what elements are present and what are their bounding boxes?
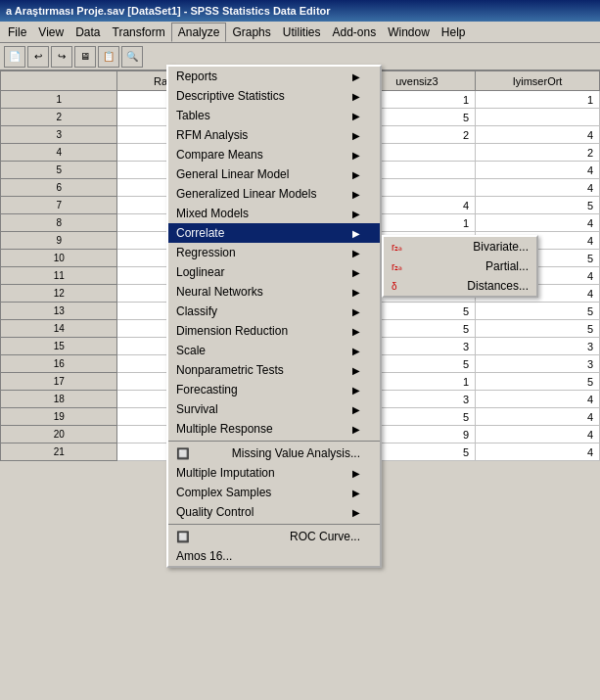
row-number: 13 (1, 303, 117, 320)
gzlm-arrow: ▶ (352, 189, 360, 200)
table-cell[interactable]: 5 (476, 320, 600, 338)
reports-arrow: ▶ (352, 71, 360, 82)
table-cell[interactable]: 4 (476, 426, 600, 443)
distances-icon: δ (392, 281, 397, 292)
menu-missing[interactable]: 🔲 Missing Value Analysis... (168, 443, 380, 463)
survival-arrow: ▶ (352, 404, 360, 415)
menu-scale[interactable]: Scale ▶ (168, 341, 380, 360)
menu-roc[interactable]: 🔲 ROC Curve... (168, 527, 380, 546)
neural-arrow: ▶ (352, 287, 360, 298)
menu-compare[interactable]: Compare Means ▶ (168, 145, 380, 164)
row-number: 10 (1, 250, 117, 267)
menu-view[interactable]: View (32, 23, 69, 41)
analyze-dropdown[interactable]: Reports ▶ Descriptive Statistics ▶ Table… (166, 65, 382, 568)
table-cell[interactable]: 4 (476, 126, 600, 144)
col-header-iyimserort[interactable]: IyimserOrt (476, 71, 600, 91)
table-cell[interactable] (476, 109, 600, 126)
table-cell[interactable]: 5 (476, 197, 600, 214)
descriptive-arrow: ▶ (352, 91, 360, 102)
menu-tables[interactable]: Tables ▶ (168, 106, 380, 125)
glm-arrow: ▶ (352, 169, 360, 180)
menu-glm[interactable]: General Linear Model ▶ (168, 164, 380, 184)
partial-icon: r₂ₐ (392, 261, 402, 272)
row-number: 3 (1, 126, 117, 144)
menu-loglinear[interactable]: Loglinear ▶ (168, 262, 380, 282)
loglinear-arrow: ▶ (352, 267, 360, 278)
regression-arrow: ▶ (352, 248, 360, 258)
toolbar-btn-3[interactable]: ↪ (51, 46, 72, 68)
menu-imputation[interactable]: Multiple Imputation ▶ (168, 463, 380, 483)
mixed-arrow: ▶ (352, 209, 360, 219)
row-number: 8 (1, 214, 117, 232)
table-cell[interactable]: 3 (476, 355, 600, 373)
menu-quality[interactable]: Quality Control ▶ (168, 502, 380, 522)
table-cell[interactable]: 5 (476, 373, 600, 391)
menu-data[interactable]: Data (69, 23, 106, 41)
table-cell[interactable]: 4 (476, 391, 600, 408)
menu-addons[interactable]: Add-ons (326, 23, 382, 41)
menu-bivariate[interactable]: r₂ₐ Bivariate... (384, 237, 536, 257)
row-number: 5 (1, 162, 117, 179)
menu-regression[interactable]: Regression ▶ (168, 243, 380, 262)
correlate-submenu[interactable]: r₂ₐ Bivariate... r₂ₐ Partial... δ Distan… (382, 235, 538, 298)
menu-utilities[interactable]: Utilities (277, 23, 327, 41)
table-cell[interactable]: 4 (476, 443, 600, 461)
menu-transform[interactable]: Transform (107, 23, 171, 41)
missing-icon: 🔲 (176, 447, 190, 460)
table-cell[interactable]: 4 (476, 408, 600, 426)
table-cell[interactable]: 4 (476, 162, 600, 179)
menu-forecasting[interactable]: Forecasting ▶ (168, 380, 380, 399)
menu-partial[interactable]: r₂ₐ Partial... (384, 257, 536, 276)
toolbar-btn-6[interactable]: 🔍 (121, 46, 143, 68)
row-number: 14 (1, 320, 117, 338)
row-number: 12 (1, 285, 117, 303)
main-area: Rahatsiz2 Rahatsiz3 uvensiz3 IyimserOrt … (0, 70, 600, 700)
bivariate-icon: r₂ₐ (392, 242, 402, 253)
table-cell[interactable]: 2 (476, 144, 600, 162)
menu-file[interactable]: File (2, 23, 32, 41)
separator-2 (168, 524, 380, 525)
menu-analyze[interactable]: Analyze (171, 23, 227, 42)
menu-classify[interactable]: Classify ▶ (168, 302, 380, 321)
table-cell[interactable]: 5 (476, 303, 600, 320)
menu-dimension[interactable]: Dimension Reduction ▶ (168, 321, 380, 341)
menu-complex[interactable]: Complex Samples ▶ (168, 483, 380, 502)
menu-rfm[interactable]: RFM Analysis ▶ (168, 125, 380, 145)
menu-descriptive[interactable]: Descriptive Statistics ▶ (168, 86, 380, 106)
menu-distances[interactable]: δ Distances... (384, 276, 536, 296)
menu-window[interactable]: Window (382, 23, 436, 41)
classify-arrow: ▶ (352, 306, 360, 317)
menu-mixed[interactable]: Mixed Models ▶ (168, 204, 380, 223)
menu-multiple-response[interactable]: Multiple Response ▶ (168, 419, 380, 439)
menu-nonparam[interactable]: Nonparametric Tests ▶ (168, 360, 380, 380)
scale-arrow: ▶ (352, 346, 360, 356)
nonparam-arrow: ▶ (352, 365, 360, 376)
row-number: 1 (1, 91, 117, 109)
menu-bar: File View Data Transform Analyze Graphs … (0, 22, 600, 43)
table-cell[interactable]: 1 (476, 91, 600, 109)
row-number: 18 (1, 391, 117, 408)
toolbar-btn-2[interactable]: ↩ (27, 46, 49, 68)
col-header-num (1, 71, 117, 91)
menu-reports[interactable]: Reports ▶ (168, 67, 380, 86)
table-cell[interactable]: 3 (476, 338, 600, 355)
imputation-arrow: ▶ (352, 468, 360, 479)
row-number: 2 (1, 109, 117, 126)
toolbar-btn-4[interactable]: 🖥 (74, 46, 96, 68)
menu-neural[interactable]: Neural Networks ▶ (168, 282, 380, 302)
roc-icon: 🔲 (176, 531, 190, 543)
toolbar-btn-5[interactable]: 📋 (98, 46, 119, 68)
toolbar-btn-1[interactable]: 📄 (4, 46, 25, 68)
menu-graphs[interactable]: Graphs (226, 23, 276, 41)
separator-1 (168, 441, 380, 442)
row-number: 15 (1, 338, 117, 355)
forecasting-arrow: ▶ (352, 385, 360, 396)
table-cell[interactable]: 4 (476, 214, 600, 232)
table-cell[interactable]: 4 (476, 179, 600, 197)
menu-gzlm[interactable]: Generalized Linear Models ▶ (168, 184, 380, 204)
menu-survival[interactable]: Survival ▶ (168, 399, 380, 419)
menu-correlate[interactable]: Correlate ▶ (168, 223, 380, 243)
row-number: 19 (1, 408, 117, 426)
menu-help[interactable]: Help (436, 23, 472, 41)
menu-amos[interactable]: Amos 16... (168, 546, 380, 566)
